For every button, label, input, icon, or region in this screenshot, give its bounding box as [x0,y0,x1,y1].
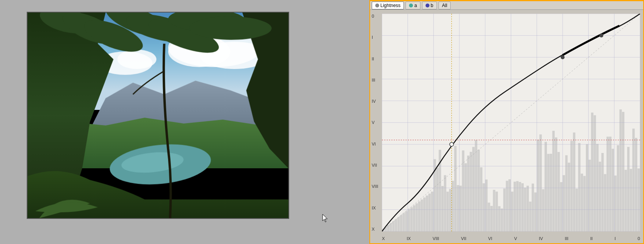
x-axis: X IX VIII VII VI V IV III II I 0 [382,236,640,241]
x-label-v: V [514,236,517,241]
b-dot [426,4,429,7]
curves-panel: Lightness a b All 0 I II III IV V VI VII… [369,0,644,244]
chart-area[interactable]: Lightness ▶ [382,14,640,231]
tab-all-label: All [442,3,447,8]
svg-marker-0 [323,214,327,222]
tab-b[interactable]: b [422,2,437,9]
y-label-iv: IV [372,99,381,104]
y-label-v: V [372,120,381,125]
x-label-vi: VI [488,236,492,241]
tab-a[interactable]: a [405,2,420,9]
x-label-x: X [382,236,385,241]
tab-all[interactable]: All [439,2,451,9]
tab-lightness-label: Lightness [380,3,400,8]
y-label-vi: VI [372,142,381,146]
photo-canvas [28,13,288,218]
x-label-ii: II [590,236,593,241]
tab-b-label: b [431,3,433,8]
y-label-0: 0 [372,14,381,18]
tab-lightness[interactable]: Lightness [372,2,404,9]
mouse-cursor [322,214,328,222]
a-dot [409,4,413,7]
y-label-iii: III [372,78,381,82]
x-label-0: 0 [638,236,640,241]
photo-panel [27,12,289,219]
x-label-ix: IX [407,236,411,241]
y-axis: 0 I II III IV V VI VII VIII IX X [372,14,381,231]
y-label-x: X [372,227,381,231]
y-label-ii: II [372,56,381,61]
x-label-viii: VIII [433,236,439,241]
x-label-i: I [615,236,616,241]
y-label-i: I [372,35,381,40]
curves-canvas[interactable] [382,14,640,231]
y-label-vii: VII [372,163,381,168]
lightness-dot [375,4,379,7]
x-label-vii: VII [461,236,466,241]
x-label-iv: IV [539,236,543,241]
curves-body: 0 I II III IV V VI VII VIII IX X Lightne… [370,10,643,243]
curves-titlebar: Lightness a b All [370,1,643,10]
tab-a-label: a [414,3,417,8]
y-label-ix: IX [372,206,381,210]
y-label-viii: VIII [372,184,381,189]
x-label-iii: III [565,236,568,241]
